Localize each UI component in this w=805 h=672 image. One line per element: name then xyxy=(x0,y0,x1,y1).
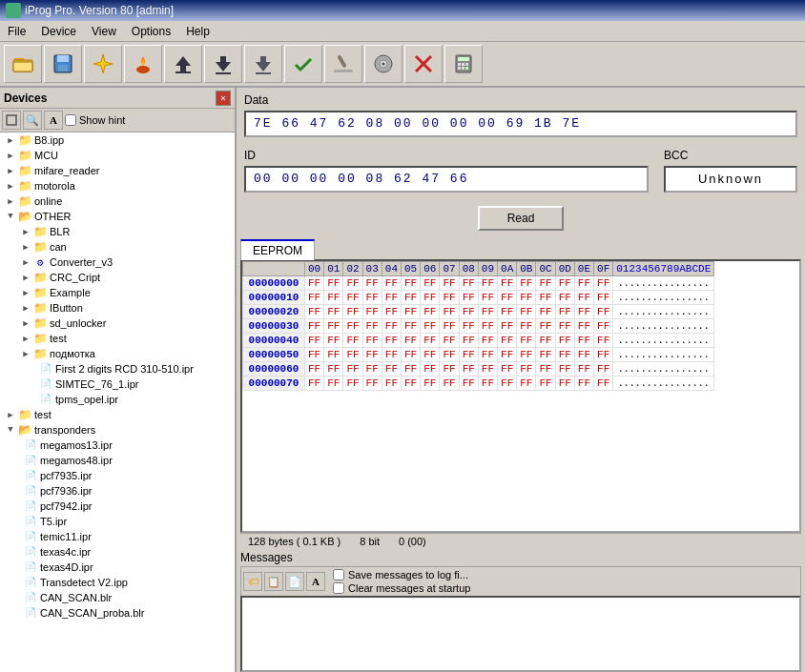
eeprom-cell[interactable]: FF xyxy=(305,377,324,391)
list-item[interactable]: ▶ 📁 BLR xyxy=(0,224,235,239)
list-item[interactable]: ▶ 📁 sd_unlocker xyxy=(0,316,235,331)
eeprom-cell[interactable]: FF xyxy=(440,276,459,291)
eeprom-cell[interactable]: FF xyxy=(343,291,362,305)
eeprom-cell[interactable]: FF xyxy=(517,334,536,348)
eeprom-cell[interactable]: FF xyxy=(517,291,536,305)
eeprom-cell[interactable]: FF xyxy=(402,319,421,334)
eeprom-cell[interactable]: FF xyxy=(382,362,401,377)
download2-button[interactable] xyxy=(244,45,282,83)
eeprom-cell[interactable]: FF xyxy=(382,319,401,334)
eeprom-cell[interactable]: FF xyxy=(478,348,497,362)
eeprom-cell[interactable]: FF xyxy=(498,362,517,377)
list-item[interactable]: 📄 pcf7942.ipr xyxy=(0,499,235,514)
eeprom-cell[interactable]: FF xyxy=(498,291,517,305)
eeprom-cell[interactable]: FF xyxy=(402,305,421,319)
eeprom-cell[interactable]: FF xyxy=(459,276,478,291)
panel-tool-search[interactable]: 🔍 xyxy=(23,111,42,130)
eeprom-cell[interactable]: FF xyxy=(343,276,362,291)
eeprom-cell[interactable]: FF xyxy=(459,305,478,319)
eeprom-cell[interactable]: FF xyxy=(402,334,421,348)
eeprom-cell[interactable]: FF xyxy=(402,291,421,305)
eeprom-cell[interactable]: FF xyxy=(324,334,343,348)
eeprom-cell[interactable]: FF xyxy=(498,319,517,334)
eeprom-cell[interactable]: FF xyxy=(324,362,343,377)
list-item[interactable]: ▶ 📁 IButton xyxy=(0,300,235,316)
eeprom-cell[interactable]: FF xyxy=(536,276,555,291)
eeprom-cell[interactable]: FF xyxy=(305,319,324,334)
panel-tool-1[interactable] xyxy=(2,111,21,130)
eeprom-cell[interactable]: FF xyxy=(478,319,497,334)
list-item[interactable]: 📄 temic11.ipr xyxy=(0,529,235,544)
eeprom-cell[interactable]: FF xyxy=(382,334,401,348)
list-item[interactable]: 📄 First 2 digits RCD 310-510.ipr xyxy=(0,361,235,377)
menu-device[interactable]: Device xyxy=(33,23,84,40)
list-item[interactable]: 📄 CAN_SCAN.blr xyxy=(0,590,235,605)
eeprom-cell[interactable]: FF xyxy=(421,319,440,334)
list-item[interactable]: ▶ 📁 mifare_reader xyxy=(0,163,235,178)
eeprom-cell[interactable]: FF xyxy=(555,362,574,377)
eeprom-cell[interactable]: FF xyxy=(517,319,536,334)
eeprom-cell[interactable]: FF xyxy=(574,319,593,334)
eeprom-cell[interactable]: FF xyxy=(343,319,362,334)
eeprom-cell[interactable]: FF xyxy=(343,305,362,319)
stop-button[interactable] xyxy=(404,45,443,83)
list-item[interactable]: ▶ 📁 подмотка xyxy=(0,346,235,361)
eeprom-cell[interactable]: FF xyxy=(555,377,574,391)
menu-help[interactable]: Help xyxy=(178,23,217,40)
list-item[interactable]: 📄 megamos48.ipr xyxy=(0,453,235,468)
eeprom-cell[interactable]: FF xyxy=(382,348,401,362)
eeprom-cell[interactable]: FF xyxy=(574,291,593,305)
eeprom-cell[interactable]: FF xyxy=(459,362,478,377)
eeprom-cell[interactable]: FF xyxy=(421,334,440,348)
list-item[interactable]: ▶ 📁 online xyxy=(0,193,235,209)
list-item[interactable]: 📄 megamos13.ipr xyxy=(0,438,235,453)
eeprom-cell[interactable]: FF xyxy=(440,305,459,319)
eeprom-cell[interactable]: FF xyxy=(324,319,343,334)
upload-button[interactable] xyxy=(164,45,202,83)
eeprom-cell[interactable]: FF xyxy=(498,348,517,362)
list-item[interactable]: 📄 CAN_SCAN_proba.blr xyxy=(0,605,235,621)
eeprom-cell[interactable]: FF xyxy=(478,276,497,291)
eeprom-cell[interactable]: FF xyxy=(382,305,401,319)
msg-tool-tag[interactable]: 🏷 xyxy=(243,572,262,591)
eeprom-cell[interactable]: FF xyxy=(498,377,517,391)
list-item[interactable]: ▶ 📁 can xyxy=(0,239,235,255)
eeprom-cell[interactable]: FF xyxy=(305,291,324,305)
burn-button[interactable] xyxy=(124,45,162,83)
erase-button[interactable] xyxy=(324,45,362,83)
eeprom-cell[interactable]: FF xyxy=(402,362,421,377)
eeprom-cell[interactable]: FF xyxy=(343,377,362,391)
eeprom-cell[interactable]: FF xyxy=(324,305,343,319)
list-item[interactable]: ▶ ⚙ Converter_v3 xyxy=(0,255,235,270)
menu-file[interactable]: File xyxy=(0,23,33,40)
eeprom-cell[interactable]: FF xyxy=(421,377,440,391)
panel-close-button[interactable]: ✕ xyxy=(216,91,231,106)
tab-eeprom[interactable]: EEPROM xyxy=(240,239,315,260)
eeprom-cell[interactable]: FF xyxy=(517,362,536,377)
eeprom-cell[interactable]: FF xyxy=(594,334,613,348)
menu-view[interactable]: View xyxy=(84,23,124,40)
eeprom-cell[interactable]: FF xyxy=(305,334,324,348)
eeprom-cell[interactable]: FF xyxy=(498,334,517,348)
eeprom-cell[interactable]: FF xyxy=(343,334,362,348)
eeprom-cell[interactable]: FF xyxy=(440,291,459,305)
eeprom-cell[interactable]: FF xyxy=(440,319,459,334)
list-item[interactable]: 📄 Transdetect V2.ipp xyxy=(0,575,235,590)
list-item[interactable]: ▶ 📁 test xyxy=(0,407,235,422)
eeprom-cell[interactable]: FF xyxy=(574,305,593,319)
eeprom-cell[interactable]: FF xyxy=(594,348,613,362)
eeprom-cell[interactable]: FF xyxy=(382,291,401,305)
eeprom-cell[interactable]: FF xyxy=(459,291,478,305)
eeprom-cell[interactable]: FF xyxy=(324,348,343,362)
eeprom-cell[interactable]: FF xyxy=(536,305,555,319)
eeprom-cell[interactable]: FF xyxy=(440,334,459,348)
eeprom-cell[interactable]: FF xyxy=(478,362,497,377)
list-item[interactable]: 📄 SIMTEC_76_1.ipr xyxy=(0,377,235,392)
new-button[interactable] xyxy=(84,45,122,83)
eeprom-cell[interactable]: FF xyxy=(305,276,324,291)
eeprom-cell[interactable]: FF xyxy=(421,291,440,305)
eeprom-cell[interactable]: FF xyxy=(362,377,382,391)
eeprom-cell[interactable]: FF xyxy=(536,377,555,391)
eeprom-cell[interactable]: FF xyxy=(594,319,613,334)
eeprom-cell[interactable]: FF xyxy=(459,319,478,334)
